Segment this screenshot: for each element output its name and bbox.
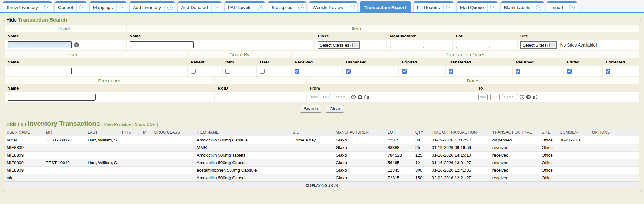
open-new-window-icon[interactable]: ↗ bbox=[567, 5, 577, 10]
from-month-input[interactable] bbox=[310, 94, 319, 100]
sort-column-link[interactable]: MANUFACTURER bbox=[336, 130, 369, 135]
from-clear-icon[interactable] bbox=[358, 95, 363, 100]
type-received-checkbox[interactable] bbox=[295, 69, 299, 74]
user-name-input[interactable] bbox=[8, 68, 72, 74]
to-month-input[interactable] bbox=[478, 94, 488, 100]
transactions-body: butlerTEST-10019Hart, William, S.Amoxici… bbox=[5, 136, 639, 182]
type-dispensed-checkbox[interactable] bbox=[346, 69, 351, 74]
tab[interactable]: Weekly Review↗ bbox=[309, 1, 358, 12]
select-sites-ellipsis-button[interactable]: ... bbox=[549, 43, 555, 47]
open-new-window-icon[interactable]: ↗ bbox=[117, 5, 127, 10]
cell bbox=[44, 144, 86, 152]
item-name-input[interactable] bbox=[130, 41, 194, 48]
cell: TEST-10019 bbox=[44, 136, 86, 144]
from-year-input[interactable] bbox=[334, 94, 349, 100]
cell: Amoxicillin 500mg Capsule bbox=[195, 136, 291, 144]
tab[interactable]: Show Inventory↗ bbox=[3, 1, 52, 12]
open-new-window-icon[interactable]: ↗ bbox=[42, 5, 52, 10]
sort-column-link[interactable]: LAST bbox=[88, 130, 97, 135]
sort-column-link[interactable]: TIME OF TRANSACTION bbox=[432, 130, 477, 135]
tab[interactable]: Add Inventory↗ bbox=[129, 1, 175, 12]
column-header: COMMENT bbox=[558, 129, 590, 136]
rx-id-input[interactable] bbox=[218, 94, 252, 100]
tab[interactable]: Stockpiles↗ bbox=[268, 1, 306, 12]
open-new-window-icon[interactable]: ↗ bbox=[165, 5, 175, 10]
sort-column-link[interactable]: USER NAME bbox=[7, 130, 30, 135]
tab[interactable]: PAR Levels↗ bbox=[224, 1, 266, 12]
cell: 1 time a day bbox=[291, 136, 334, 144]
cell bbox=[153, 167, 195, 174]
open-new-window-icon[interactable]: ↗ bbox=[77, 5, 87, 10]
hide-transactions-link[interactable]: Hide ( 6 ) bbox=[6, 121, 26, 127]
to-calendar-icon[interactable] bbox=[533, 95, 538, 100]
tab-top-accent bbox=[414, 1, 454, 3]
open-new-window-icon[interactable]: ↗ bbox=[534, 5, 544, 10]
from-clock-icon[interactable] bbox=[351, 95, 356, 100]
open-new-window-icon[interactable]: ↗ bbox=[296, 5, 306, 10]
sort-column-link[interactable]: MI bbox=[143, 130, 147, 135]
tab-top-accent bbox=[268, 1, 306, 3]
column-header: FIRST bbox=[120, 129, 141, 136]
count-by-user-checkbox[interactable] bbox=[260, 69, 265, 74]
sort-column-link[interactable]: SIG bbox=[293, 130, 300, 135]
to-clock-icon[interactable] bbox=[519, 95, 525, 100]
sort-column-link[interactable]: TRANSACTION TYPE bbox=[492, 130, 532, 135]
sort-column-link[interactable]: LOT bbox=[388, 130, 395, 135]
sort-column-link[interactable]: COMMENT bbox=[560, 130, 580, 135]
sort-column-link[interactable]: QTY bbox=[415, 130, 424, 135]
table-row: MIE8809TEST-10019Hart, William, S.Amoxic… bbox=[5, 159, 639, 167]
to-clear-icon[interactable] bbox=[526, 95, 531, 100]
tab[interactable]: Med Queue↗ bbox=[456, 1, 498, 12]
open-new-window-icon[interactable]: ↗ bbox=[347, 5, 357, 10]
hide-search-link[interactable]: Hide bbox=[6, 17, 17, 23]
open-new-window-icon[interactable]: ↗ bbox=[255, 5, 265, 10]
search-button[interactable]: Search bbox=[300, 105, 321, 113]
type-corrected-checkbox[interactable] bbox=[606, 69, 610, 74]
tab-active[interactable]: Transaction Report bbox=[360, 1, 411, 12]
lot-input[interactable] bbox=[456, 42, 490, 48]
tab[interactable]: Add Donated↗ bbox=[177, 1, 222, 12]
user-section-header: User bbox=[5, 51, 187, 58]
clear-button[interactable]: Clear bbox=[326, 105, 344, 113]
show-csv-link[interactable]: Show CSV bbox=[135, 122, 155, 127]
select-classes-widget[interactable]: Select Class(es) ... bbox=[318, 41, 360, 49]
count-by-item-checkbox[interactable] bbox=[225, 69, 230, 74]
tab[interactable]: Mappings↗ bbox=[89, 1, 127, 12]
sort-column-link[interactable]: SITE bbox=[542, 130, 551, 135]
cell: received bbox=[491, 167, 540, 174]
type-expired-checkbox[interactable] bbox=[402, 69, 407, 74]
select-classes-ellipsis-button[interactable]: ... bbox=[352, 43, 358, 47]
sort-column-link[interactable]: ITEM NAME bbox=[197, 130, 219, 135]
type-edited-checkbox[interactable] bbox=[567, 69, 572, 74]
from-day-input[interactable] bbox=[322, 94, 331, 100]
from-calendar-icon[interactable] bbox=[364, 95, 369, 100]
column-header: MI bbox=[141, 129, 153, 136]
open-new-window-icon[interactable]: ↗ bbox=[444, 5, 454, 10]
tab[interactable]: Blank Labels↗ bbox=[500, 1, 544, 12]
type-expired-label: Expired bbox=[399, 59, 445, 65]
view-printable-link[interactable]: View Printable bbox=[104, 122, 131, 127]
patient-name-input[interactable] bbox=[8, 41, 72, 48]
to-year-input[interactable] bbox=[502, 94, 518, 100]
type-transferred-checkbox[interactable] bbox=[449, 69, 453, 74]
help-icon[interactable]: ? bbox=[74, 42, 79, 47]
cell: mie bbox=[5, 174, 44, 182]
select-sites-widget[interactable]: Select Site(s) ... bbox=[520, 41, 557, 49]
patient-item-input-row: ? Select Class(es) ... Select Site(s) ..… bbox=[5, 40, 639, 50]
open-new-window-icon[interactable]: ↗ bbox=[212, 5, 222, 10]
prescriber-name-input[interactable] bbox=[8, 94, 96, 101]
to-day-input[interactable] bbox=[490, 94, 500, 100]
cell bbox=[120, 136, 141, 144]
cell bbox=[141, 159, 153, 167]
tab[interactable]: Control↗ bbox=[54, 1, 87, 12]
open-new-window-icon[interactable]: ↗ bbox=[488, 5, 498, 10]
manufacturer-input[interactable] bbox=[390, 42, 424, 48]
sort-column-link[interactable]: DRUG CLASS bbox=[154, 130, 180, 135]
tab-top-accent bbox=[178, 1, 222, 3]
type-returned-checkbox[interactable] bbox=[516, 69, 520, 74]
sort-column-link[interactable]: FIRST bbox=[122, 130, 133, 135]
table-row: MIE8809MMRGlaxo888882501-19-2026 09:19:5… bbox=[5, 144, 639, 152]
tab[interactable]: Fill Reports↗ bbox=[413, 1, 454, 12]
tab[interactable]: Import↗ bbox=[547, 1, 577, 12]
count-by-patient-checkbox[interactable] bbox=[191, 69, 196, 74]
